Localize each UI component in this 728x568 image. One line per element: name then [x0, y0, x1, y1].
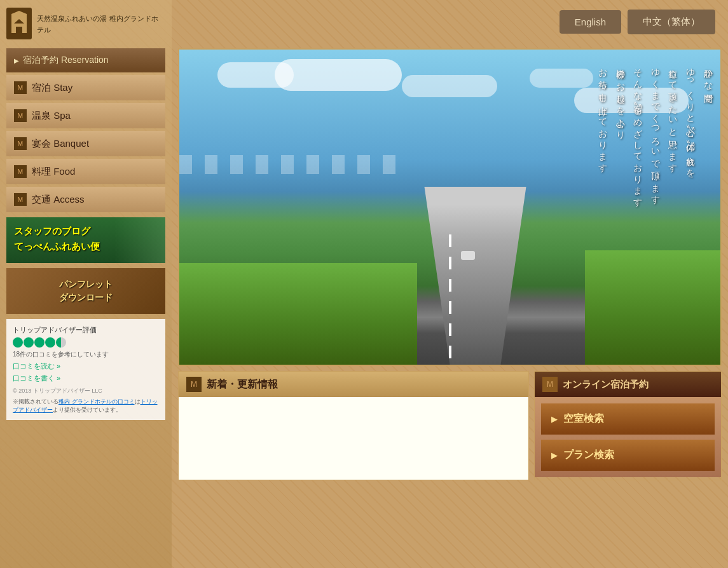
- access-button[interactable]: M 交通 Access: [6, 187, 165, 212]
- banquet-icon: M: [14, 137, 27, 150]
- spa-button[interactable]: M 温泉 Spa: [6, 103, 165, 128]
- star-1: [13, 337, 23, 348]
- stay-button[interactable]: M 宿泊 Stay: [6, 75, 165, 100]
- spa-label: 温泉 Spa: [32, 110, 71, 122]
- logo-mark-icon: [6, 8, 32, 39]
- blog-bg: [114, 217, 165, 263]
- grass-left: [179, 263, 417, 365]
- news-header: M 新着・更新情報: [179, 372, 528, 397]
- tripadvisor-section: トリップアドバイザー評価 18件の口コミを参考にしています 口コミを読む » 口…: [6, 319, 165, 420]
- hero-text-col6: 皆様のお越しを心より: [614, 62, 626, 136]
- star-4: [45, 337, 55, 348]
- hero-image: お待ち申し上げております 皆様のお越しを心より そんな〝宿〟をめざしております …: [178, 48, 722, 366]
- stay-icon: M: [14, 81, 27, 94]
- news-header-icon: M: [186, 377, 202, 392]
- news-section: M 新着・更新情報: [178, 371, 529, 480]
- tripadvisor-title: トリップアドバイザー評価: [13, 325, 159, 335]
- star-half: [56, 337, 66, 348]
- booking-body: 空室検索 プラン検索: [535, 397, 721, 477]
- hotel-reviews-link[interactable]: 稚内 グランドホテルの口コミ: [58, 398, 135, 405]
- bottom-row: M 新着・更新情報 M オンライン宿泊予約 空室検索 プラン検索: [178, 371, 722, 480]
- stay-label: 宿泊 Stay: [32, 82, 72, 94]
- main-content: お待ち申し上げております 皆様のお越しを心より そんな〝宿〟をめざしております …: [172, 43, 728, 568]
- sidebar: 天然温泉ふれあいの湯 稚内グランドホテル 宿泊予約 Reservation M …: [0, 0, 172, 568]
- access-label: 交通 Access: [32, 194, 85, 206]
- hero-text-col7: お待ち申し上げております: [596, 62, 609, 169]
- food-button[interactable]: M 料理 Food: [6, 159, 165, 184]
- news-content: [179, 397, 528, 480]
- reservation-button[interactable]: 宿泊予約 Reservation: [6, 48, 165, 72]
- booking-header-text: オンライン宿泊予約: [563, 379, 649, 391]
- plan-search-button[interactable]: プラン検索: [541, 440, 715, 471]
- logo-tagline: 天然温泉ふれあいの湯: [37, 15, 107, 22]
- spa-icon: M: [14, 109, 27, 122]
- chinese-lang-button[interactable]: 中文（繁体）: [628, 10, 715, 34]
- pamphlet-text: パンフレット ダウンロード: [59, 278, 113, 304]
- hero-text-col4: ゆくまでくつろいで頂けます: [649, 62, 662, 201]
- hero-text-col1: 静かな空間で: [701, 62, 714, 100]
- tripadvisor-copyright: © 2013 トリップアドバイザー LLC: [13, 387, 159, 395]
- availability-search-button[interactable]: 空室検索: [541, 403, 715, 435]
- star-2: [24, 337, 34, 348]
- road-lines: [449, 231, 451, 358]
- tripadvisor-note: ※掲載されている稚内 グランドホテルの口コミはトリップアドバイザーより提供を受け…: [13, 398, 159, 414]
- blog-section[interactable]: スタッフのブログ てっぺんふれあい便: [6, 217, 165, 263]
- read-reviews-link[interactable]: 口コミを読む »: [13, 362, 159, 371]
- food-label: 料理 Food: [32, 166, 75, 178]
- tripadvisor-stars: [13, 337, 159, 348]
- booking-header-icon: M: [542, 377, 558, 392]
- cloud-2: [275, 59, 402, 91]
- hero-text-col5: そんな〝宿〟をめざしております: [631, 62, 644, 203]
- banquet-label: 宴会 Banquet: [32, 138, 89, 150]
- car: [461, 251, 475, 260]
- news-header-text: 新着・更新情報: [207, 378, 278, 391]
- booking-header: M オンライン宿泊予約: [535, 372, 721, 397]
- star-3: [34, 337, 45, 348]
- access-icon: M: [14, 193, 27, 206]
- food-icon: M: [14, 165, 27, 178]
- write-review-link[interactable]: 口コミを書く »: [13, 374, 159, 383]
- sea: [179, 155, 406, 269]
- booking-section: M オンライン宿泊予約 空室検索 プラン検索: [534, 371, 722, 480]
- hero-text-overlay: お待ち申し上げております 皆様のお越しを心より そんな〝宿〟をめざしております …: [596, 62, 714, 203]
- english-lang-button[interactable]: English: [560, 10, 621, 34]
- hero-text-col2: ゆっくりと〝心〟と〝体〟の疲れを: [684, 62, 697, 174]
- road: [412, 187, 539, 365]
- banquet-button[interactable]: M 宴会 Banquet: [6, 131, 165, 156]
- sea-waves: [179, 155, 406, 174]
- pamphlet-section[interactable]: パンフレット ダウンロード: [6, 268, 165, 314]
- logo-area: 天然温泉ふれあいの湯 稚内グランドホテル: [0, 0, 172, 46]
- cloud-3: [402, 75, 497, 97]
- cloud-5: [530, 69, 593, 88]
- hero-text-col3: 癒して頂きたいと思います: [666, 62, 679, 169]
- tripadvisor-review-count: 18件の口コミを参考にしています: [13, 350, 159, 359]
- grass-right: [585, 250, 720, 365]
- svg-rect-1: [16, 27, 22, 33]
